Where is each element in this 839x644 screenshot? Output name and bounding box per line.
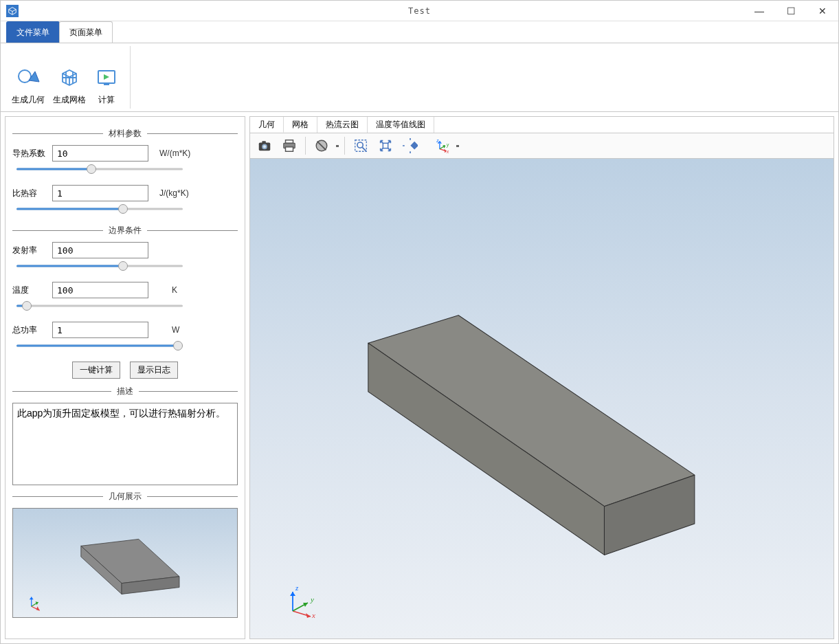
show-log-button[interactable]: 显示日志 (130, 362, 178, 379)
svg-text:y: y (310, 595, 314, 603)
compute-label: 计算 (98, 94, 115, 106)
material-section-header: 材料参数 (12, 128, 238, 140)
default-view-button[interactable] (400, 135, 421, 156)
transparency-button[interactable] (311, 135, 332, 156)
conductivity-label: 导热系数 (12, 148, 52, 159)
temperature-label: 温度 (12, 285, 52, 296)
geometry-display-section-header: 几何展示 (12, 491, 238, 502)
window-controls: — ☐ ✕ (743, 1, 838, 21)
tab-geometry[interactable]: 几何 (250, 117, 284, 133)
temperature-slider[interactable] (16, 301, 183, 311)
emissivity-slider[interactable] (16, 261, 183, 271)
emissivity-label: 发射率 (12, 245, 52, 256)
generate-geometry-button[interactable]: 生成几何 (8, 46, 49, 109)
svg-text:x: x (446, 149, 449, 153)
svg-text:z: z (295, 584, 299, 592)
geometry-preview[interactable] (12, 508, 238, 618)
boundary-section-header: 边界条件 (12, 225, 238, 236)
specific-heat-slider[interactable] (16, 204, 183, 214)
tab-mesh[interactable]: 网格 (284, 117, 317, 133)
svg-point-7 (263, 145, 266, 148)
geometry-icon (16, 65, 41, 90)
temperature-unit: K (172, 285, 177, 295)
specific-heat-input[interactable] (52, 185, 148, 201)
generate-mesh-label: 生成网格 (53, 94, 86, 106)
view-toolbar: z y x (249, 133, 834, 159)
tab-temperature-contour[interactable]: 温度等值线图 (368, 117, 434, 133)
svg-rect-11 (286, 147, 293, 151)
conductivity-slider[interactable] (16, 164, 183, 174)
mesh-icon (57, 65, 82, 90)
menu-page[interactable]: 页面菜单 (59, 21, 113, 43)
compute-button[interactable]: 计算 (90, 46, 123, 109)
axis-gizmo: z y x (283, 584, 317, 619)
title-bar: Test — ☐ ✕ (1, 1, 838, 21)
generate-geometry-label: 生成几何 (12, 94, 45, 106)
svg-rect-9 (286, 140, 293, 144)
view-tabs: 几何 网格 热流云图 温度等值线图 (249, 116, 834, 133)
total-power-slider[interactable] (16, 341, 183, 351)
svg-rect-15 (383, 143, 388, 148)
conductivity-input[interactable] (52, 145, 148, 162)
description-text: 此app为顶升固定板模型，可以进行热辐射分析。 (12, 403, 238, 485)
zoom-box-button[interactable] (350, 135, 371, 156)
svg-rect-8 (262, 141, 266, 143)
zoom-extents-button[interactable] (375, 135, 396, 156)
viewport-3d[interactable]: z y x (249, 159, 834, 639)
total-power-unit: W (172, 325, 179, 335)
description-section-header: 描述 (12, 386, 238, 397)
maximize-button[interactable]: ☐ (775, 1, 807, 21)
app-icon (6, 5, 19, 17)
specific-heat-label: 比热容 (12, 188, 52, 199)
print-button[interactable] (279, 135, 300, 156)
total-power-input[interactable] (52, 322, 148, 338)
window-title: Test (408, 6, 431, 16)
menu-file[interactable]: 文件菜单 (6, 21, 60, 43)
total-power-label: 总功率 (12, 324, 52, 336)
tab-heat-flux[interactable]: 热流云图 (317, 117, 368, 133)
compute-icon (94, 65, 119, 90)
menu-bar: 文件菜单 页面菜单 (1, 21, 838, 43)
ribbon: 生成几何 生成网格 计算 (1, 43, 838, 112)
one-click-compute-button[interactable]: 一键计算 (72, 362, 120, 379)
svg-text:x: x (311, 611, 315, 618)
axis-orientation-button[interactable]: z y x (432, 135, 452, 156)
close-button[interactable]: ✕ (807, 1, 838, 21)
conductivity-unit: W/(m*K) (159, 148, 190, 158)
svg-text:y: y (446, 142, 449, 148)
screenshot-button[interactable] (254, 135, 275, 156)
temperature-input[interactable] (52, 282, 148, 298)
generate-mesh-button[interactable]: 生成网格 (49, 46, 90, 109)
specific-heat-unit: J/(kg*K) (159, 188, 189, 198)
side-panel: 材料参数 导热系数 W/(m*K) 比热容 J/(kg*K) 边界条件 发射率 (5, 116, 245, 639)
main-view: 几何 网格 热流云图 温度等值线图 (249, 116, 834, 639)
emissivity-input[interactable] (52, 242, 148, 258)
svg-point-14 (357, 142, 363, 148)
minimize-button[interactable]: — (743, 1, 775, 21)
